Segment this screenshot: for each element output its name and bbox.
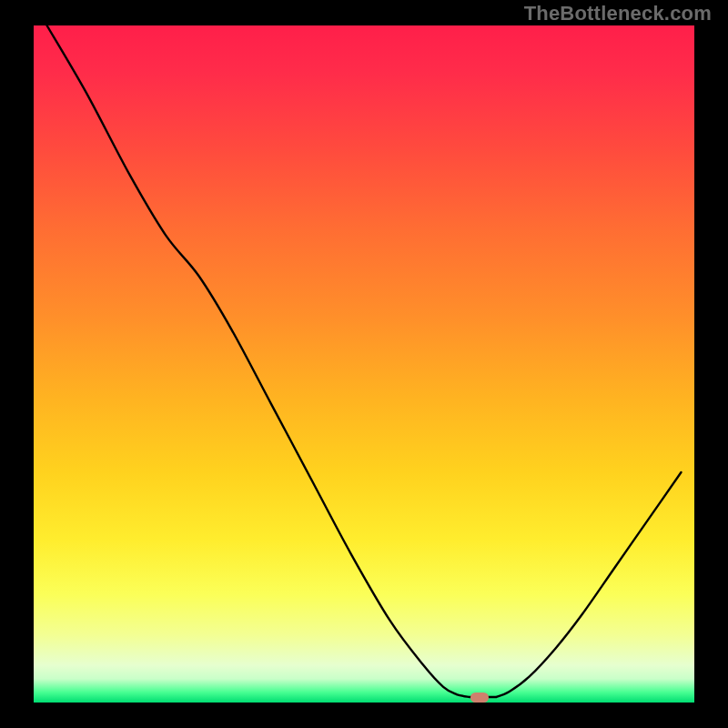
optimal-marker xyxy=(470,693,489,703)
watermark-text: TheBottleneck.com xyxy=(524,2,712,25)
gradient-background xyxy=(34,25,694,703)
bottleneck-plot xyxy=(34,25,694,703)
chart-frame: TheBottleneck.com xyxy=(0,0,728,728)
